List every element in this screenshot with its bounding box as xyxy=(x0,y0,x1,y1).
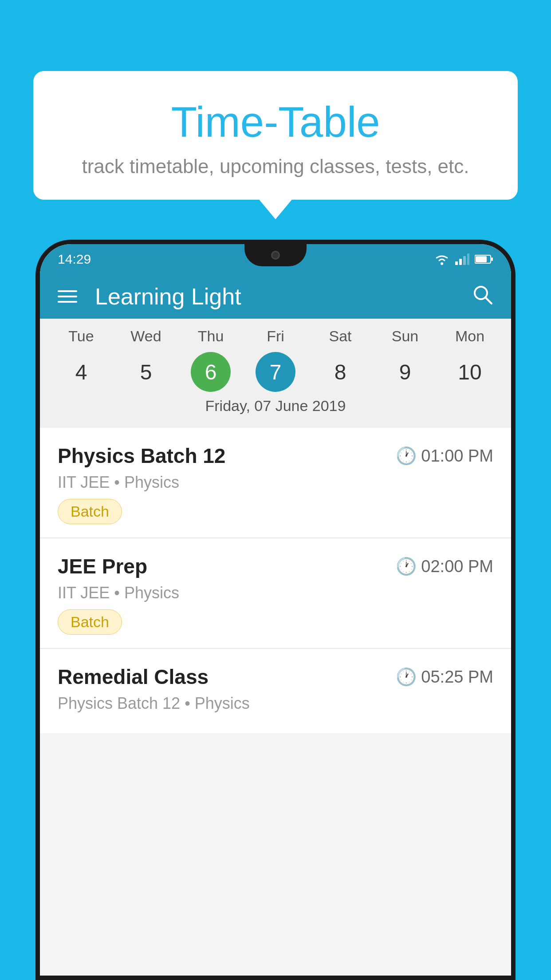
selected-date: Friday, 07 June 2019 xyxy=(40,392,511,423)
camera-dot xyxy=(271,251,280,260)
svg-rect-2 xyxy=(459,259,462,265)
status-time: 14:29 xyxy=(58,252,91,267)
item-time-1: 🕐 01:00 PM xyxy=(396,446,493,466)
day-10[interactable]: 10 xyxy=(450,352,490,392)
svg-rect-7 xyxy=(491,257,493,261)
status-bar: 14:29 xyxy=(40,244,511,274)
item-title-3: Remedial Class xyxy=(58,665,209,689)
hamburger-menu-icon[interactable] xyxy=(58,290,77,303)
svg-rect-6 xyxy=(476,256,487,262)
svg-line-9 xyxy=(485,297,492,304)
signal-icon xyxy=(455,253,469,265)
day-5[interactable]: 5 xyxy=(126,352,166,392)
day-label-tue: Tue xyxy=(61,328,101,345)
day-label-sun: Sun xyxy=(385,328,425,345)
item-header-2: JEE Prep 🕐 02:00 PM xyxy=(58,554,493,578)
notch xyxy=(244,244,307,266)
day-headers: Tue Wed Thu Fri Sat Sun Mon xyxy=(40,328,511,345)
day-8[interactable]: 8 xyxy=(320,352,360,392)
calendar-strip: Tue Wed Thu Fri Sat Sun Mon 4 5 6 7 8 9 … xyxy=(40,319,511,428)
day-label-thu: Thu xyxy=(191,328,231,345)
item-subtitle-2: IIT JEE • Physics xyxy=(58,584,493,602)
wifi-icon xyxy=(434,253,450,265)
day-label-mon: Mon xyxy=(450,328,490,345)
hamburger-line-1 xyxy=(58,290,77,292)
batch-badge-2: Batch xyxy=(58,609,122,635)
speech-bubble: Time-Table track timetable, upcoming cla… xyxy=(33,71,518,200)
item-title-1: Physics Batch 12 xyxy=(58,444,225,468)
item-subtitle-1: IIT JEE • Physics xyxy=(58,473,493,492)
item-header-3: Remedial Class 🕐 05:25 PM xyxy=(58,665,493,689)
day-9[interactable]: 9 xyxy=(385,352,425,392)
bubble-title: Time-Table xyxy=(51,98,500,146)
app-bar: Learning Light xyxy=(40,274,511,319)
schedule-list: Physics Batch 12 🕐 01:00 PM IIT JEE • Ph… xyxy=(40,428,511,733)
day-4[interactable]: 4 xyxy=(61,352,101,392)
phone-frame: 14:29 xyxy=(35,240,516,980)
phone-inner: 14:29 xyxy=(40,244,511,976)
schedule-item-2[interactable]: JEE Prep 🕐 02:00 PM IIT JEE • Physics Ba… xyxy=(40,538,511,649)
clock-icon-3: 🕐 xyxy=(396,667,417,687)
day-6-today[interactable]: 6 xyxy=(191,352,231,392)
search-button[interactable] xyxy=(471,283,493,310)
svg-rect-3 xyxy=(463,256,466,265)
day-numbers: 4 5 6 7 8 9 10 xyxy=(40,352,511,392)
item-header-1: Physics Batch 12 🕐 01:00 PM xyxy=(58,444,493,468)
svg-rect-4 xyxy=(467,253,469,265)
hamburger-line-2 xyxy=(58,296,77,297)
hamburger-line-3 xyxy=(58,301,77,303)
status-icons xyxy=(434,253,493,265)
item-time-3: 🕐 05:25 PM xyxy=(396,667,493,687)
app-title: Learning Light xyxy=(95,283,471,310)
item-title-2: JEE Prep xyxy=(58,554,147,578)
bubble-subtitle: track timetable, upcoming classes, tests… xyxy=(51,155,500,178)
clock-icon-2: 🕐 xyxy=(396,557,417,576)
clock-icon-1: 🕐 xyxy=(396,446,417,466)
schedule-item-3[interactable]: Remedial Class 🕐 05:25 PM Physics Batch … xyxy=(40,649,511,733)
day-7-selected[interactable]: 7 xyxy=(256,352,295,392)
item-subtitle-3: Physics Batch 12 • Physics xyxy=(58,694,493,713)
svg-point-0 xyxy=(441,262,443,265)
schedule-item-1[interactable]: Physics Batch 12 🕐 01:00 PM IIT JEE • Ph… xyxy=(40,428,511,538)
day-label-sat: Sat xyxy=(320,328,360,345)
day-label-wed: Wed xyxy=(126,328,166,345)
item-time-2: 🕐 02:00 PM xyxy=(396,557,493,576)
battery-icon xyxy=(475,254,493,264)
batch-badge-1: Batch xyxy=(58,499,122,524)
day-label-fri: Fri xyxy=(256,328,295,345)
svg-rect-1 xyxy=(455,261,458,265)
